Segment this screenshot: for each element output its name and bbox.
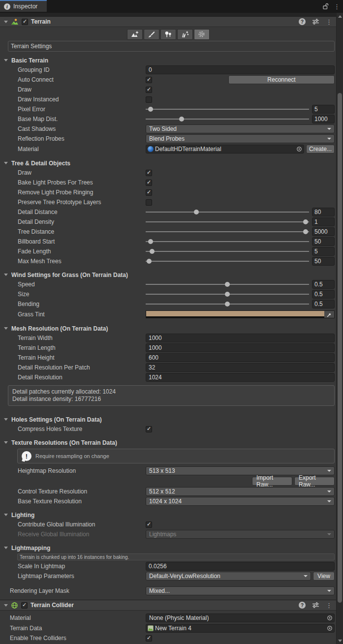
physic-material-object-field[interactable]: None (Physic Material) xyxy=(146,613,335,622)
draw-instanced-checkbox[interactable] xyxy=(146,96,152,103)
paint-terrain-icon[interactable] xyxy=(144,29,159,40)
section-lightmapping[interactable]: Lightmapping xyxy=(0,543,336,552)
detail-density-slider[interactable] xyxy=(146,218,309,225)
wind-bending-value[interactable]: 0.5 xyxy=(312,300,335,308)
foldout-icon[interactable] xyxy=(4,59,8,61)
wind-size-slider[interactable] xyxy=(146,291,309,298)
foldout-icon[interactable] xyxy=(4,547,8,549)
presets-icon[interactable] xyxy=(312,602,319,608)
lightmap-parameters-dropdown[interactable]: Default-VeryLowResolution xyxy=(146,572,311,581)
terrain-height-field[interactable]: 600 xyxy=(146,353,335,362)
draw-checkbox[interactable]: ✓ xyxy=(146,87,152,93)
control-texture-dropdown[interactable]: 512 x 512 xyxy=(146,487,335,496)
terrain-enabled-checkbox[interactable]: ✓ xyxy=(22,19,28,25)
section-basic-terrain[interactable]: Basic Terrain xyxy=(0,56,336,65)
object-picker-icon[interactable] xyxy=(327,615,333,621)
bake-probes-checkbox[interactable]: ✓ xyxy=(146,180,152,186)
eyedropper-icon[interactable] xyxy=(324,311,334,318)
wind-bending-slider[interactable] xyxy=(146,301,309,307)
lock-icon[interactable] xyxy=(322,3,329,10)
pixel-error-value[interactable]: 5 xyxy=(312,105,335,114)
tab-inspector[interactable]: i Inspector xyxy=(0,0,47,12)
billboard-start-slider[interactable] xyxy=(146,238,309,245)
terrain-data-object-field[interactable]: New Terrain 4 xyxy=(146,624,335,633)
terrain-collider-header[interactable]: ✓ Terrain Collider ? ⋮ xyxy=(0,600,336,611)
detail-distance-slider[interactable] xyxy=(146,209,309,215)
detail-distance-value[interactable]: 80 xyxy=(312,208,335,216)
section-tree-detail[interactable]: Tree & Detail Objects xyxy=(0,158,336,168)
create-neighbor-terrains-icon[interactable] xyxy=(127,29,143,40)
window-menu-icon[interactable]: ⋮ xyxy=(334,3,340,10)
compress-holes-checkbox[interactable]: ✓ xyxy=(146,426,152,432)
scroll-down-icon[interactable] xyxy=(337,638,343,644)
section-wind-settings[interactable]: Wind Settings for Grass (On Terrain Data… xyxy=(0,270,336,279)
foldout-icon[interactable] xyxy=(4,514,8,516)
object-picker-icon[interactable] xyxy=(327,625,333,631)
object-picker-icon[interactable] xyxy=(296,146,302,152)
detail-res-per-patch-field[interactable]: 32 xyxy=(146,363,335,372)
base-map-dist-value[interactable]: 1000 xyxy=(312,115,335,123)
row-draw: Draw ✓ xyxy=(0,85,336,94)
pixel-error-slider[interactable] xyxy=(146,106,309,113)
collider-enabled-checkbox[interactable]: ✓ xyxy=(21,602,28,609)
vertical-scrollbar[interactable] xyxy=(336,13,343,644)
terrain-length-field[interactable]: 1000 xyxy=(146,343,335,352)
tree-distance-value[interactable]: 5000 xyxy=(312,227,335,236)
wind-size-value[interactable]: 0.5 xyxy=(312,290,335,299)
contribute-gi-checkbox[interactable]: ✓ xyxy=(146,521,152,528)
detail-resolution-field[interactable]: 1024 xyxy=(146,373,335,382)
cast-shadows-dropdown[interactable]: Two Sided xyxy=(146,124,335,133)
fade-length-value[interactable]: 5 xyxy=(312,247,335,256)
section-lighting[interactable]: Lighting xyxy=(0,510,336,520)
fade-length-slider[interactable] xyxy=(146,248,309,255)
foldout-icon[interactable] xyxy=(4,418,8,421)
help-icon[interactable]: ? xyxy=(299,18,306,25)
export-raw-button[interactable]: Export Raw... xyxy=(294,477,335,486)
grouping-id-field[interactable]: 0 xyxy=(146,65,335,74)
wind-speed-value[interactable]: 0.5 xyxy=(312,280,335,289)
foldout-icon[interactable] xyxy=(4,274,8,276)
grass-tint-color-field[interactable] xyxy=(146,310,335,318)
component-menu-icon[interactable]: ⋮ xyxy=(326,602,332,609)
scroll-up-icon[interactable] xyxy=(337,13,343,19)
tree-distance-slider[interactable] xyxy=(146,228,309,235)
wind-speed-slider[interactable] xyxy=(146,281,309,288)
paint-details-icon[interactable] xyxy=(177,29,193,40)
foldout-icon[interactable] xyxy=(4,604,8,607)
base-texture-dropdown[interactable]: 1024 x 1024 xyxy=(146,497,335,506)
grass-tint-swatch[interactable] xyxy=(146,311,324,318)
td-draw-checkbox[interactable]: ✓ xyxy=(146,170,152,176)
foldout-icon[interactable] xyxy=(4,441,8,444)
max-mesh-trees-slider[interactable] xyxy=(146,258,309,265)
remove-ringing-checkbox[interactable]: ✓ xyxy=(146,189,152,196)
terrain-component-header[interactable]: ✓ Terrain ? ⋮ xyxy=(0,16,336,27)
terrain-settings-icon[interactable] xyxy=(194,29,210,40)
create-material-button[interactable]: Create... xyxy=(306,145,335,153)
terrain-width-field[interactable]: 1000 xyxy=(146,334,335,342)
section-texture-resolutions[interactable]: Texture Resolutions (On Terrain Data) xyxy=(0,438,336,447)
detail-density-value[interactable]: 1 xyxy=(312,217,335,226)
foldout-icon[interactable] xyxy=(4,162,8,164)
scrollbar-thumb[interactable] xyxy=(338,93,342,603)
enable-tree-colliders-checkbox[interactable]: ✓ xyxy=(146,635,152,642)
component-menu-icon[interactable]: ⋮ xyxy=(326,19,332,25)
view-button[interactable]: View xyxy=(313,572,335,581)
material-object-field[interactable]: DefaultHDTerrainMaterial xyxy=(146,145,304,153)
paint-trees-icon[interactable] xyxy=(160,29,176,40)
auto-connect-checkbox[interactable]: ✓ xyxy=(146,77,152,83)
presets-icon[interactable] xyxy=(312,19,319,25)
preserve-layers-checkbox[interactable] xyxy=(146,199,152,206)
billboard-start-value[interactable]: 50 xyxy=(312,237,335,246)
max-mesh-trees-value[interactable]: 50 xyxy=(312,257,335,266)
reconnect-button[interactable]: Reconnect xyxy=(228,75,335,84)
reflection-probes-dropdown[interactable]: Blend Probes xyxy=(146,134,335,143)
foldout-icon[interactable] xyxy=(4,21,8,23)
section-holes-settings[interactable]: Holes Settings (On Terrain Data) xyxy=(0,415,336,424)
import-raw-button[interactable]: Import Raw... xyxy=(252,477,292,486)
help-icon[interactable]: ? xyxy=(299,602,306,609)
foldout-icon[interactable] xyxy=(4,327,8,330)
base-map-dist-slider[interactable] xyxy=(146,116,309,123)
scale-in-lightmap-field[interactable]: 0.0256 xyxy=(146,562,335,571)
rendering-layer-mask-dropdown[interactable]: Mixed... xyxy=(146,586,335,595)
section-mesh-resolution[interactable]: Mesh Resolution (On Terrain Data) xyxy=(0,324,336,333)
